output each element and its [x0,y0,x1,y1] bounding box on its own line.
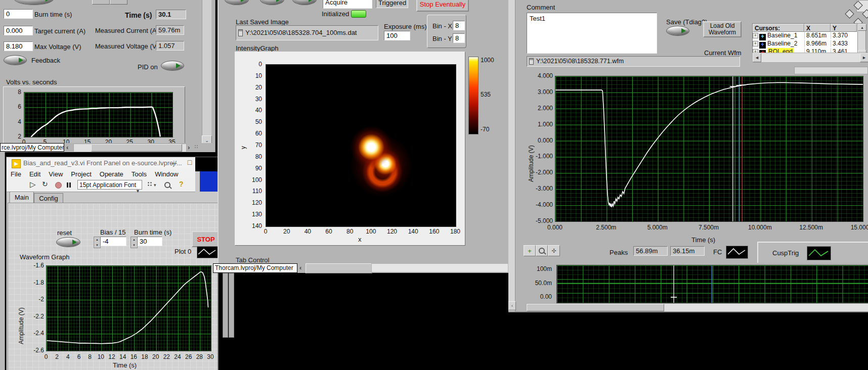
font-selector[interactable]: 15pt Application Font▼ [77,180,142,190]
wfm-scrollbar[interactable]: ◄ ► [752,53,868,63]
reset-toggle[interactable] [56,237,80,247]
burn-time-input[interactable] [137,237,162,246]
cursor-row[interactable]: ++Baseline_18.651m3.370 [753,32,858,40]
bin-y-input[interactable] [453,33,465,43]
thorcam-project-tab[interactable]: Thorcam.lvproj/My Computer [213,263,297,273]
camera-toggle-1[interactable] [225,0,249,5]
stop-eventually-button[interactable]: Stop Eventually [416,0,469,12]
camera-toggle-3[interactable] [292,0,317,5]
color-ramp-min: -70 [481,126,489,133]
load-old-waveform-button[interactable]: Load Old Waveform [703,21,742,37]
vertical-scrollbar[interactable] [202,0,211,145]
bin-x-input[interactable] [453,21,465,30]
graph-scrollbar-piece[interactable] [794,67,868,74]
help-icon[interactable]: ? [179,180,184,188]
resize-grip-icon[interactable] [194,145,198,149]
y-axis-label: Amplitude (V) [18,284,25,344]
cursors-table-scrollbar[interactable]: ▲ ▼ [857,23,866,57]
triggered-indicator: Triggered [376,0,408,8]
cusptrig-legend-icon[interactable] [807,246,831,260]
target-current-label: Target current (A) [34,27,85,35]
expand-icon[interactable]: + [753,33,758,38]
tab-main[interactable]: Main [10,192,34,203]
volts-graph-plot[interactable] [24,92,173,137]
scroll-right-icon[interactable]: ► [860,53,868,62]
pid-on-toggle[interactable] [161,61,184,71]
bottom-scrollbar[interactable] [526,303,868,312]
bias-stepper[interactable]: ▲▼ [94,237,101,248]
maximize-icon[interactable]: □ [184,158,196,167]
menu-item-window[interactable]: Window [151,169,182,179]
current-wfm-path[interactable]: Y:\2021\05\08\185328.771.wfm [527,56,740,67]
tab-config[interactable]: Config [34,193,63,203]
menu-item-project[interactable]: Project [67,169,95,179]
position-tool-icon[interactable] [846,2,868,25]
scroll-left-icon[interactable]: ‹ [299,264,301,271]
thorcam-bar-scroll-thumb[interactable] [306,263,372,273]
cursors-header[interactable]: Cursors: [753,24,804,32]
clipped-button-2[interactable] [110,0,127,5]
save-tdiag-toggle[interactable] [666,26,689,36]
search-icon[interactable] [164,182,170,188]
clipped-button-1[interactable] [92,0,110,5]
menu-item-tools[interactable]: Tools [127,169,151,179]
stop-button[interactable]: STOP [192,231,219,247]
menu-item-edit[interactable]: Edit [25,169,45,179]
acquire-field[interactable]: Acquire [323,0,372,9]
bias-input[interactable] [100,237,126,246]
comment-textarea[interactable]: Test1 [527,13,657,54]
y-header[interactable]: Y [831,24,857,32]
expand-icon[interactable]: + [753,41,758,47]
camera-toggle-2[interactable] [260,0,284,5]
max-voltage-input[interactable] [4,41,33,51]
align-objects-icon[interactable] [147,181,152,187]
menu-bar: FileEditViewProjectOperateToolsWindowHel… [7,169,195,178]
main-graph-plot[interactable] [555,76,863,222]
cursor-tool-icon[interactable]: + [524,245,536,256]
burn-time-stepper[interactable]: ▲▼ [131,237,138,248]
scroll-left-icon[interactable]: ‹ [66,144,68,151]
minimize-icon[interactable]: — [167,159,180,167]
run-icon[interactable]: ▷ [30,180,36,189]
pan-tool-icon[interactable]: ✣ [548,245,560,256]
cursor-row[interactable]: ++Baseline_28.966m3.433 [753,40,858,48]
menu-item-view[interactable]: View [45,169,67,179]
intensity-y-axis-label: y [240,139,247,149]
title-bar[interactable]: ▶ Bias_and_read_v3.vi Front Panel on e-s… [7,157,195,170]
menu-item-file[interactable]: File [7,169,25,179]
scroll-up-icon[interactable]: ▲ [858,24,866,31]
target-current-input[interactable] [4,26,33,35]
burn-time-input[interactable] [4,9,33,19]
run-continuous-icon[interactable]: ↻ [42,180,48,188]
project-target-tab[interactable]: rce.lvproj/My Computer [0,143,64,152]
thorcam-bar-scroll-track[interactable] [371,263,508,272]
small-graph-plot[interactable] [556,265,868,303]
exposure-input[interactable] [384,31,410,40]
pid-on-label: PID on [138,63,158,71]
bottom-scroll-thumb[interactable] [527,304,664,311]
clipped-toggle-button[interactable] [14,0,54,5]
last-saved-image-path[interactable]: Y:\2021\05\08\185328.704_100ms.dat [236,25,378,40]
fc-legend-icon[interactable] [726,246,748,259]
last-saved-image-label: Last Saved Image [236,18,289,26]
intensity-image[interactable] [266,64,456,227]
project-bar-scrollbar[interactable] [73,144,187,152]
align-dropdown-icon[interactable]: ▾ [154,182,156,188]
scroll-left-icon[interactable]: ‹ [508,301,516,310]
measured-current-value: 59.76m [156,25,184,35]
project-bar-scroll-thumb[interactable] [91,144,182,152]
background-patch [195,157,218,171]
feedback-toggle[interactable] [4,55,27,65]
window-title: Bias_and_read_v3.vi Front Panel on e-sou… [23,159,182,167]
project-bar: rce.lvproj/My Computer ‹ › [0,143,215,152]
waveform-graph-plot[interactable] [46,265,211,351]
abort-icon[interactable] [55,182,62,189]
scroll-right-icon[interactable]: › [188,144,190,151]
pause-icon[interactable] [67,182,68,188]
scroll-left-icon[interactable]: ◄ [753,53,761,62]
bin-x-label: Bin - X [432,22,452,30]
plot-legend-icon[interactable] [197,246,218,258]
menu-item-operate[interactable]: Operate [96,169,127,179]
zoom-tool-icon[interactable] [536,245,548,256]
x-header[interactable]: X [804,24,831,32]
